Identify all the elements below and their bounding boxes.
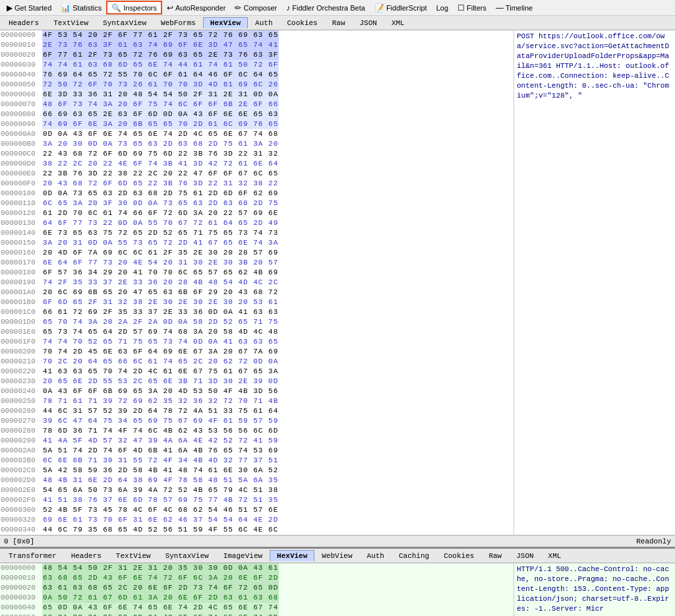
table-row: 000000606E 3D 33 36 31 20 48 54 54 50 2F…	[0, 90, 279, 100]
tab-top-textview[interactable]: TextView	[46, 17, 96, 28]
table-row: 000001000D 0A 73 65 63 2D 63 68 2D 75 61…	[0, 189, 279, 199]
tab-bottom-hexview[interactable]: HexView	[270, 550, 314, 561]
tab-bottom-transformer[interactable]: Transformer	[1, 550, 64, 561]
table-row: 0000027039 6C 47 64 75 34 65 69 75 67 69…	[0, 416, 279, 426]
log-button[interactable]: Log	[432, 3, 452, 13]
bottom-hex-content: 0000000048 54 54 50 2F 31 2E 31 20 35 30…	[0, 563, 675, 616]
top-status-right: Readonly	[636, 538, 671, 545]
table-row: 0000022041 63 63 65 70 74 2D 4C 61 6E 67…	[0, 367, 279, 377]
table-row: 000001C066 61 72 69 2F 35 33 37 2E 33 36…	[0, 307, 279, 317]
top-status-bar: 0 [0x0] Readonly	[0, 535, 675, 547]
tab-bottom-xml[interactable]: XML	[541, 550, 569, 561]
table-row: 000001E065 73 74 65 64 2D 57 69 74 68 3A…	[0, 327, 279, 337]
table-row: 0000028078 6D 36 71 74 4F 74 6C 4B 62 43…	[0, 426, 279, 436]
top-tab-bar: Headers TextView SyntaxView WebForms Hex…	[0, 16, 675, 30]
fiddler-orchestra-icon: ♪	[286, 3, 290, 13]
tab-bottom-imageview[interactable]: ImageView	[216, 550, 270, 561]
tab-top-cookies[interactable]: Cookies	[279, 17, 324, 28]
top-status-left: 0 [0x0]	[4, 538, 34, 545]
tab-top-json[interactable]: JSON	[353, 17, 384, 28]
top-hex-right: POST https://outlook.office.com/owa/serv…	[514, 30, 675, 535]
bottom-hex-right: HTTP/1.1 500..Cache-Control: no-cache, n…	[514, 563, 675, 616]
bottom-tab-bar: Transformer Headers TextView SyntaxView …	[0, 549, 675, 563]
tab-top-webforms[interactable]: WebForms	[154, 17, 203, 28]
tab-bottom-cookies[interactable]: Cookies	[436, 550, 481, 561]
table-row: 000000206F 77 61 2F 73 65 72 76 69 63 65…	[0, 50, 279, 60]
inspectors-button[interactable]: 🔍 Inspectors	[107, 1, 161, 14]
table-row: 000001503A 20 31 0D 0A 55 73 65 72 2D 41…	[0, 238, 279, 248]
table-row: 0000008066 69 63 65 2E 63 6F 6D 0D 0A 43…	[0, 109, 279, 119]
tab-bottom-caching[interactable]: Caching	[392, 550, 436, 561]
tab-top-xml[interactable]: XML	[384, 17, 412, 28]
fiddlerscript-icon: 📝	[374, 3, 384, 13]
timeline-button[interactable]: — Timeline	[492, 2, 537, 14]
table-row: 0000023020 65 6E 2D 55 53 2C 65 6E 3B 71…	[0, 377, 279, 386]
tab-bottom-syntaxview[interactable]: SyntaxView	[158, 550, 216, 561]
table-row: 000001B06F 6D 65 2F 31 32 38 2E 30 2E 30…	[0, 297, 279, 307]
table-row: 000000C022 43 68 72 6F 6D 69 75 6D 22 3B…	[0, 149, 279, 159]
tab-bottom-json[interactable]: JSON	[509, 550, 541, 561]
timeline-icon: —	[496, 3, 504, 13]
tab-top-auth[interactable]: Auth	[248, 17, 279, 28]
get-started-icon: ▶	[7, 3, 13, 13]
table-row: 0000004065 0D 0A 43 6F 6E 74 65 6E 74 2D…	[0, 603, 279, 613]
table-row: 000001706E 64 6F 77 73 20 4E 54 20 31 30…	[0, 258, 279, 268]
statistics-button[interactable]: 📊 Statistics	[57, 2, 105, 14]
autoresponder-button[interactable]: ↩ AutoResponder	[163, 2, 229, 14]
composer-button[interactable]: ✏ Composer	[231, 2, 281, 14]
table-row: 000001F074 74 70 52 65 71 75 65 73 74 0D…	[0, 337, 279, 347]
table-row: 0000013064 6F 77 73 22 0D 0A 55 70 67 72…	[0, 218, 279, 228]
table-row: 0000007048 6F 73 74 3A 20 6F 75 74 6C 6F…	[0, 100, 279, 109]
table-row: 0000012061 2D 70 6C 61 74 66 6F 72 6D 3A…	[0, 208, 279, 218]
filters-button[interactable]: ☐ Filters	[454, 2, 490, 14]
tab-top-headers[interactable]: Headers	[1, 17, 46, 28]
table-row: 0000019074 2F 35 33 37 2E 33 36 20 28 4B…	[0, 278, 279, 288]
table-row: 0000034044 6C 79 35 68 65 4D 52 56 51 59…	[0, 525, 279, 535]
get-started-button[interactable]: ▶ Get Started	[3, 2, 55, 14]
top-hex-content: 000000004F 53 54 20 2F 6F 77 61 2F 73 65…	[0, 30, 675, 535]
table-row: 000000E022 3B 76 3D 22 38 22 2C 20 22 47…	[0, 169, 279, 179]
table-row: 0000003074 74 61 63 68 6D 65 6E 74 44 61…	[0, 60, 279, 70]
tab-bottom-raw[interactable]: Raw	[481, 550, 509, 561]
table-row: 000002B06C 6E 6B 71 39 31 55 72 4F 34 4B…	[0, 456, 279, 466]
table-row: 0000000048 54 54 50 2F 31 2E 31 20 35 30…	[0, 563, 279, 573]
table-row: 0000026044 6C 31 57 52 39 2D 64 78 72 4A…	[0, 406, 279, 416]
table-row: 0000016020 4D 6F 7A 69 6C 6C 61 2F 35 2E…	[0, 248, 279, 258]
fiddlerscript-button[interactable]: 📝 FiddlerScript	[370, 2, 431, 14]
top-hex-table: 000000004F 53 54 20 2F 6F 77 61 2F 73 65…	[0, 30, 279, 535]
table-row: 0000029041 4A 5F 4D 57 32 47 39 4A 6A 4E…	[0, 436, 279, 446]
bottom-hex-left[interactable]: 0000000048 54 54 50 2F 31 2E 31 20 35 30…	[0, 563, 514, 616]
tab-top-syntaxview[interactable]: SyntaxView	[96, 17, 154, 28]
tab-bottom-headers[interactable]: Headers	[64, 550, 109, 561]
table-row: 0000020070 74 2D 45 6E 63 6F 64 69 6E 67…	[0, 347, 279, 357]
table-row: 000002D048 4B 31 6E 2D 64 38 69 4F 78 58…	[0, 476, 279, 485]
table-row: 0000005068 3A 20 31 35 33 0D 0A 43 6F 6E…	[0, 613, 279, 616]
tab-top-raw[interactable]: Raw	[325, 17, 353, 28]
bottom-hex-table: 0000000048 54 54 50 2F 31 2E 31 20 35 30…	[0, 563, 279, 616]
tab-bottom-webview[interactable]: WebView	[314, 550, 359, 561]
table-row: 0000030052 4B 5F 73 45 78 4C 6F 4C 68 62…	[0, 505, 279, 515]
table-row: 000002E054 65 6A 50 73 6A 39 4A 72 52 4B…	[0, 485, 279, 495]
table-row: 0000025078 71 61 71 39 72 69 62 35 32 36…	[0, 396, 279, 406]
tab-bottom-auth[interactable]: Auth	[360, 550, 392, 561]
autoresponder-icon: ↩	[167, 3, 173, 13]
tab-bottom-textview[interactable]: TextView	[109, 550, 158, 561]
table-row: 0000032069 6E 61 73 70 6F 31 6E 62 46 37…	[0, 515, 279, 525]
table-row: 0000004076 69 64 65 72 55 70 6C 6F 61 64…	[0, 70, 279, 80]
fiddler-orchestra-button[interactable]: ♪ Fiddler Orchestra Beta	[282, 2, 369, 14]
table-row: 0000002063 61 63 68 65 2C 20 6E 6F 2D 73…	[0, 583, 279, 593]
table-row: 0000005072 50 72 6F 70 73 26 61 70 70 3D…	[0, 80, 279, 90]
tab-top-hexview[interactable]: HexView	[203, 17, 248, 28]
bottom-right-text: HTTP/1.1 500..Cache-Control: no-cache, n…	[517, 565, 672, 614]
table-row: 000000102E 73 76 63 3F 61 63 74 69 6F 6E…	[0, 40, 279, 50]
composer-icon: ✏	[235, 3, 241, 13]
table-row: 000000D038 22 2C 20 22 4E 6F 74 3B 41 3D…	[0, 159, 279, 169]
table-row: 000001106C 65 3A 20 3F 30 0D 0A 73 65 63…	[0, 199, 279, 208]
table-row: 000000A00D 0A 43 6F 6E 74 65 6E 74 2D 4C…	[0, 129, 279, 139]
table-row: 0000009074 69 6F 6E 3A 20 6B 65 65 70 2D…	[0, 119, 279, 129]
table-row: 000001406E 73 65 63 75 72 65 2D 52 65 71…	[0, 228, 279, 238]
table-row: 000001A020 6C 69 6B 65 20 47 65 63 6B 6F…	[0, 288, 279, 297]
top-hex-left[interactable]: 000000004F 53 54 20 2F 6F 77 61 2F 73 65…	[0, 30, 514, 535]
inspectors-icon: 🔍	[111, 3, 121, 13]
table-row: 000000300A 50 72 61 67 6D 61 3A 20 6E 6F…	[0, 593, 279, 603]
